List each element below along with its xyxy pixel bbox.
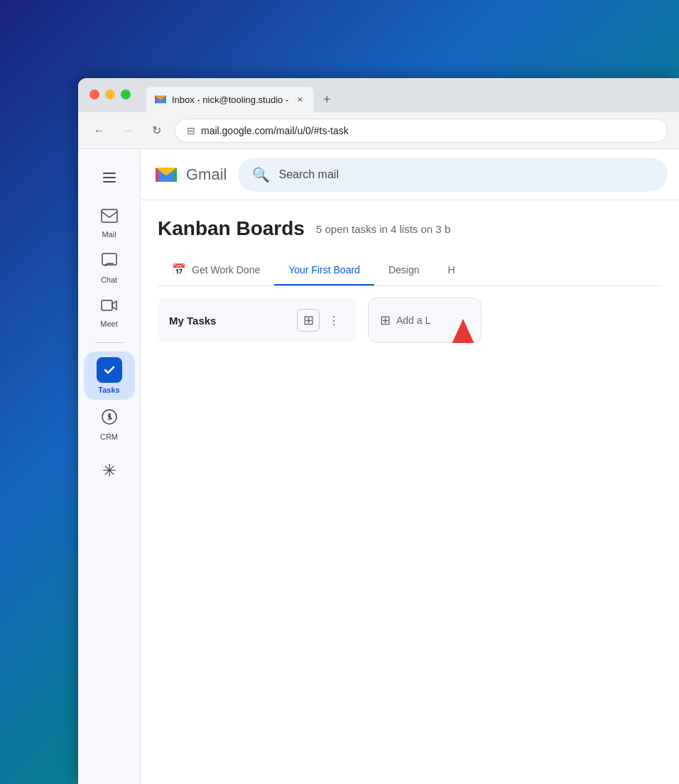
- svg-rect-1: [165, 96, 166, 104]
- new-tab-button[interactable]: +: [317, 89, 337, 109]
- address-bar: ← → ↻ ⊟ mail.google.com/mail/u/0/#ts-tas…: [78, 112, 679, 149]
- list-title: My Tasks: [169, 315, 216, 327]
- tab-get-work-done-label: Get Work Done: [192, 264, 260, 276]
- sidebar-chat-label: Chat: [101, 276, 117, 284]
- add-list-icon: ⊞: [380, 312, 391, 328]
- calendar-icon: 📅: [172, 263, 186, 276]
- add-list-label: Add a L: [396, 315, 430, 326]
- meet-icon: [101, 298, 118, 317]
- sidebar-meet-label: Meet: [100, 320, 117, 328]
- traffic-light-green[interactable]: [121, 89, 131, 99]
- tab-close-button[interactable]: ✕: [294, 94, 305, 105]
- svg-rect-0: [155, 96, 156, 104]
- crm-icon: $: [101, 408, 118, 430]
- browser-window: Inbox - nick@tooling.studio - ✕ + ← → ↻ …: [78, 78, 679, 784]
- board-tabs: 📅 Get Work Done Your First Board Design …: [158, 254, 662, 286]
- tab-bar: Inbox - nick@tooling.studio - ✕ +: [78, 78, 679, 112]
- gmail-m-logo: [152, 160, 180, 189]
- svg-rect-7: [102, 300, 112, 310]
- add-list-button[interactable]: ⊞ Add a L: [368, 298, 482, 343]
- gmail-logo: Gmail: [152, 160, 227, 189]
- svg-rect-11: [156, 168, 158, 182]
- sidebar: Mail Chat: [78, 149, 141, 784]
- tab-design-label: Design: [389, 264, 420, 276]
- kanban-subtitle: 5 open tasks in 4 lists on 3 b: [316, 223, 450, 235]
- traffic-light-red[interactable]: [89, 89, 99, 99]
- sidebar-crm-label: CRM: [100, 432, 118, 441]
- svg-rect-12: [174, 168, 177, 182]
- tab-more[interactable]: H: [433, 256, 469, 285]
- gmail-app: Mail Chat: [78, 149, 679, 784]
- sidebar-item-mail[interactable]: Mail: [84, 203, 135, 244]
- svg-rect-5: [102, 209, 117, 222]
- search-input[interactable]: Search mail: [278, 168, 338, 181]
- search-bar[interactable]: 🔍 Search mail: [238, 158, 668, 192]
- search-icon: 🔍: [252, 166, 270, 183]
- kanban-title: Kanban Boards: [158, 217, 305, 240]
- hamburger-button[interactable]: [92, 160, 126, 195]
- back-button[interactable]: ←: [89, 121, 109, 141]
- sidebar-item-crm[interactable]: $ CRM: [84, 403, 135, 447]
- chat-icon: [102, 253, 117, 273]
- list-actions: ⊞ ⋮: [297, 309, 345, 332]
- lists-area: My Tasks ⊞ ⋮: [158, 298, 662, 343]
- site-settings-icon: ⊟: [187, 125, 195, 136]
- gmail-text: Gmail: [186, 165, 227, 184]
- extra-icon: ✳: [102, 461, 116, 481]
- tab-design[interactable]: Design: [374, 256, 434, 285]
- tab-your-first-board-label: Your First Board: [288, 264, 360, 276]
- tab-favicon: [155, 94, 166, 105]
- hamburger-icon: [103, 173, 116, 183]
- kanban-header: Kanban Boards 5 open tasks in 4 lists on…: [158, 217, 662, 240]
- tab-your-first-board[interactable]: Your First Board: [274, 256, 374, 285]
- forward-button[interactable]: →: [118, 121, 138, 141]
- list-card-my-tasks: My Tasks ⊞ ⋮: [158, 298, 357, 343]
- svg-text:$: $: [107, 413, 112, 421]
- add-task-button[interactable]: ⊞: [297, 309, 320, 332]
- svg-rect-2: [103, 173, 116, 174]
- svg-rect-3: [103, 177, 116, 178]
- list-header: My Tasks ⊞ ⋮: [169, 309, 345, 332]
- main-content: Gmail 🔍 Search mail Kanban Boards 5 open…: [141, 149, 679, 784]
- active-tab[interactable]: Inbox - nick@tooling.studio - ✕: [146, 87, 314, 112]
- sidebar-mail-label: Mail: [102, 230, 116, 239]
- add-task-icon: ⊞: [303, 312, 314, 328]
- url-bar[interactable]: ⊟ mail.google.com/mail/u/0/#ts-task: [175, 119, 668, 143]
- tab-get-work-done[interactable]: 📅 Get Work Done: [158, 254, 274, 286]
- more-options-button[interactable]: ⋮: [322, 309, 345, 332]
- refresh-button[interactable]: ↻: [146, 121, 166, 141]
- sidebar-item-meet[interactable]: Meet: [84, 293, 135, 334]
- url-text: mail.google.com/mail/u/0/#ts-task: [201, 125, 349, 136]
- sidebar-tasks-label: Tasks: [98, 386, 119, 394]
- tasks-icon: [97, 357, 122, 383]
- sidebar-item-extra[interactable]: ✳: [84, 455, 135, 486]
- tab-more-label: H: [447, 264, 455, 276]
- tab-title: Inbox - nick@tooling.studio -: [172, 94, 288, 105]
- mail-icon: [101, 209, 118, 227]
- svg-rect-4: [103, 181, 116, 183]
- sidebar-item-tasks[interactable]: Tasks: [84, 352, 135, 400]
- sidebar-divider: [95, 342, 124, 343]
- traffic-light-yellow[interactable]: [105, 89, 115, 99]
- gmail-header: Gmail 🔍 Search mail: [141, 149, 679, 200]
- more-icon: ⋮: [328, 314, 340, 327]
- kanban-section: Kanban Boards 5 open tasks in 4 lists on…: [141, 200, 679, 784]
- sidebar-item-chat[interactable]: Chat: [84, 247, 135, 290]
